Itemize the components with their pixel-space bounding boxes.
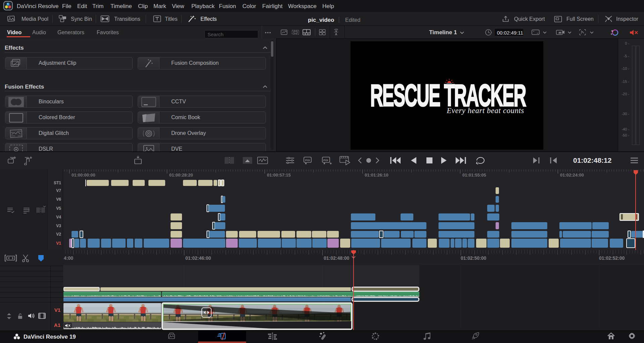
svg-text:POI: POI: [305, 159, 310, 162]
svg-text:HQ: HQ: [559, 32, 562, 34]
svg-text:POI: POI: [323, 159, 328, 162]
